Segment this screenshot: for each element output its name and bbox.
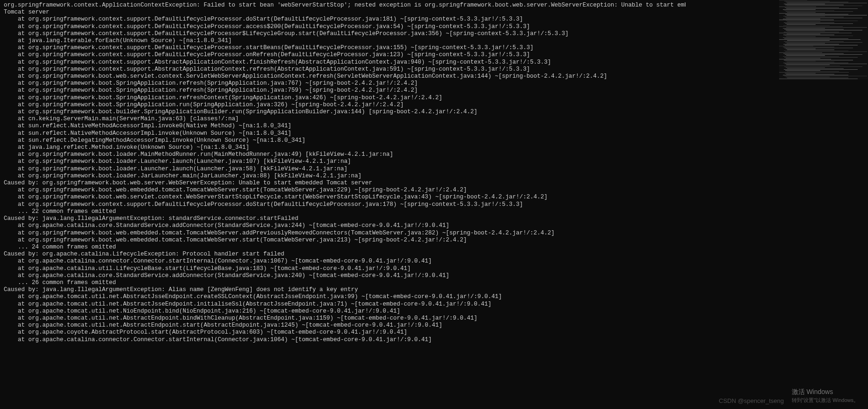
stack-line: at org.springframework.context.support.D… (4, 30, 682, 37)
minimap-line (783, 63, 848, 63)
watermark-title: 激活 Windows (792, 387, 859, 396)
minimap-line (784, 76, 867, 76)
stack-line: at org.springframework.context.support.D… (4, 16, 682, 23)
stack-line: at org.springframework.boot.web.servlet.… (4, 73, 682, 80)
stack-line: Caused by: org.apache.catalina.Lifecycle… (4, 251, 682, 258)
minimap-line (785, 45, 858, 45)
minimap-line (785, 70, 820, 71)
stack-line: at cn.keking.ServerMain.main(ServerMain.… (4, 116, 682, 123)
stack-line: at org.springframework.context.support.D… (4, 51, 682, 58)
minimap-line (785, 42, 862, 43)
minimap-line (786, 67, 825, 68)
stack-line: at org.springframework.boot.loader.Launc… (4, 166, 682, 173)
minimap-line (779, 46, 813, 46)
minimap-line (785, 73, 816, 73)
console-output[interactable]: org.springframework.context.ApplicationC… (0, 0, 686, 409)
minimap-line (787, 12, 816, 13)
minimap-line (785, 17, 844, 17)
minimap-line (783, 44, 839, 44)
minimap-line (787, 40, 830, 41)
stack-line: at org.springframework.context.support.A… (4, 66, 682, 73)
minimap-line (779, 7, 816, 7)
stack-line: ... 24 common frames omitted (4, 244, 682, 251)
windows-activation-watermark: 激活 Windows 转到"设置"以激活 Windows。 (792, 387, 859, 404)
minimap-line (787, 43, 825, 44)
stack-line: at org.springframework.boot.SpringApplic… (4, 102, 682, 109)
stack-line: at sun.reflect.NativeMethodAccessorImpl.… (4, 130, 682, 137)
minimap-line (785, 7, 839, 8)
minimap-line (787, 24, 816, 25)
minimap-line (785, 54, 862, 55)
minimap-line (779, 72, 849, 73)
minimap-line (779, 26, 843, 27)
minimap-line (784, 41, 844, 42)
minimap-line (784, 69, 858, 70)
minimap-line (779, 20, 834, 20)
stack-line: at org.springframework.boot.web.embedded… (4, 230, 682, 237)
minimap-line (786, 27, 867, 28)
minimap-line (784, 38, 848, 39)
stack-line: org.springframework.context.ApplicationC… (4, 2, 682, 9)
stack-line: at org.springframework.context.support.D… (4, 23, 682, 30)
stack-line: at org.apache.coyote.AbstractProtocol.st… (4, 329, 682, 336)
minimap-line (784, 60, 853, 60)
stack-line: at org.apache.catalina.core.StandardServ… (4, 222, 682, 229)
minimap-line (787, 71, 839, 72)
minimap-line (779, 13, 825, 14)
minimap-line (786, 37, 816, 37)
minimap-line (784, 29, 844, 29)
minimap-line (785, 61, 816, 61)
minimap-line (786, 30, 862, 30)
stack-line: at java.lang.Iterable.forEach(Unknown So… (4, 37, 682, 44)
stack-line: at org.springframework.context.support.D… (4, 201, 682, 208)
minimap-line (783, 19, 820, 19)
minimap-line (779, 33, 852, 33)
stack-line: at org.apache.catalina.connector.Connect… (4, 336, 682, 343)
stack-line: ... 22 common frames omitted (4, 208, 682, 215)
stack-line: Tomcat server (4, 9, 682, 16)
minimap-line (779, 79, 858, 79)
stack-line: at java.lang.reflect.Method.invoke(Unkno… (4, 144, 682, 151)
stack-line: at org.springframework.boot.web.embedded… (4, 237, 682, 244)
minimap-line (784, 57, 858, 58)
stack-line: at org.springframework.boot.web.embedded… (4, 187, 682, 194)
minimap-line (783, 47, 834, 47)
minimap-line (786, 21, 858, 21)
minimap-line (787, 15, 867, 15)
minimap-line (784, 32, 839, 32)
stack-line: at org.apache.catalina.util.LifecycleBas… (4, 265, 682, 272)
minimap-line (787, 50, 834, 50)
minimap-line (787, 34, 820, 34)
minimap-line (783, 28, 825, 29)
minimap-line (786, 55, 825, 56)
minimap-line (783, 35, 834, 35)
minimap-line (786, 2, 848, 2)
minimap-line (786, 65, 830, 65)
minimap-line (787, 78, 848, 78)
minimap-line (786, 49, 816, 49)
minimap-line (786, 77, 830, 77)
minimap-line (785, 51, 867, 52)
stack-line: at org.springframework.boot.SpringApplic… (4, 95, 682, 102)
stack-line: at org.apache.tomcat.util.net.NioEndpoin… (4, 308, 682, 315)
minimap[interactable] (779, 0, 868, 80)
minimap-line (786, 74, 834, 74)
stack-line: at org.springframework.boot.builder.Spri… (4, 109, 682, 116)
stack-line: Caused by: java.lang.IllegalArgumentExce… (4, 286, 682, 293)
minimap-line (779, 66, 840, 66)
minimap-line (787, 3, 867, 3)
minimap-line (783, 16, 825, 16)
stack-line: at org.apache.tomcat.util.net.AbstractEn… (4, 315, 682, 322)
minimap-line (783, 53, 844, 54)
stack-line: at org.springframework.boot.SpringApplic… (4, 87, 682, 94)
minimap-line (787, 6, 862, 6)
minimap-line (784, 66, 862, 67)
stack-line: at org.apache.tomcat.util.net.AbstractEn… (4, 322, 682, 329)
stack-line: at org.springframework.context.support.D… (4, 44, 682, 51)
minimap-line (783, 56, 839, 57)
minimap-line (787, 68, 844, 69)
csdn-watermark: CSDN @spencer_tseng (719, 397, 784, 404)
stack-line: at org.springframework.context.support.A… (4, 59, 682, 66)
minimap-line (785, 23, 853, 24)
minimap-line (784, 22, 834, 23)
